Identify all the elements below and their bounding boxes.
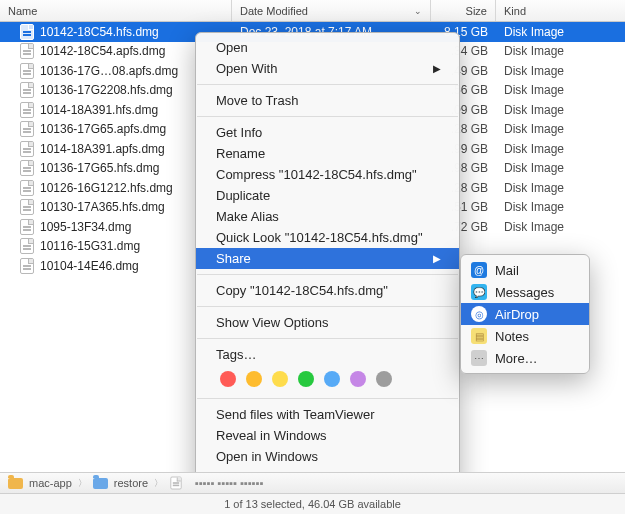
file-icon — [20, 238, 34, 254]
column-kind[interactable]: Kind — [496, 0, 625, 21]
file-name: 1014-18A391.apfs.dmg — [40, 142, 165, 156]
file-kind: Disk Image — [496, 25, 625, 39]
file-name: 10126-16G1212.hfs.dmg — [40, 181, 173, 195]
menu-rename[interactable]: Rename — [196, 143, 459, 164]
menu-separator — [197, 116, 458, 117]
file-icon — [170, 477, 181, 490]
file-name: 1014-18A391.hfs.dmg — [40, 103, 158, 117]
column-kind-label: Kind — [504, 5, 526, 17]
tag-color-dot[interactable] — [246, 371, 262, 387]
menu-open-in-windows[interactable]: Open in Windows — [196, 446, 459, 467]
share-airdrop[interactable]: ◎AirDrop — [461, 303, 589, 325]
menu-separator — [197, 306, 458, 307]
file-kind: Disk Image — [496, 64, 625, 78]
menu-copy[interactable]: Copy "10142-18C54.hfs.dmg" — [196, 280, 459, 301]
menu-tags[interactable]: Tags… — [196, 344, 459, 365]
menu-reveal-in-windows[interactable]: Reveal in Windows — [196, 425, 459, 446]
chevron-right-icon: 〉 — [78, 477, 87, 490]
share-mail[interactable]: @Mail — [461, 259, 589, 281]
file-icon — [20, 43, 34, 59]
column-size-label: Size — [466, 5, 487, 17]
menu-share[interactable]: Share▶ — [196, 248, 459, 269]
file-kind: Disk Image — [496, 200, 625, 214]
context-menu: Open Open With▶ Move to Trash Get Info R… — [195, 32, 460, 493]
path-root[interactable]: mac-app — [29, 477, 72, 489]
more-icon: ⋯ — [471, 350, 487, 366]
messages-icon: 💬 — [471, 284, 487, 300]
status-text: 1 of 13 selected, 46.04 GB available — [224, 498, 401, 510]
file-icon — [20, 180, 34, 196]
share-messages[interactable]: 💬Messages — [461, 281, 589, 303]
menu-get-info[interactable]: Get Info — [196, 122, 459, 143]
tag-color-dot[interactable] — [220, 371, 236, 387]
file-kind: Disk Image — [496, 122, 625, 136]
menu-separator — [197, 398, 458, 399]
notes-icon: ▤ — [471, 328, 487, 344]
file-name: 10136-17G…08.apfs.dmg — [40, 64, 178, 78]
menu-teamviewer[interactable]: Send files with TeamViewer — [196, 404, 459, 425]
menu-duplicate[interactable]: Duplicate — [196, 185, 459, 206]
menu-separator — [197, 274, 458, 275]
tag-color-dot[interactable] — [298, 371, 314, 387]
menu-separator — [197, 84, 458, 85]
file-name: 10136-17G65.apfs.dmg — [40, 122, 166, 136]
file-kind: Disk Image — [496, 181, 625, 195]
file-icon — [20, 258, 34, 274]
menu-open-with[interactable]: Open With▶ — [196, 58, 459, 79]
column-header: Name Date Modified⌄ Size Kind — [0, 0, 625, 22]
file-kind: Disk Image — [496, 103, 625, 117]
file-icon — [20, 82, 34, 98]
file-name: 10136-17G65.hfs.dmg — [40, 161, 159, 175]
status-bar: 1 of 13 selected, 46.04 GB available — [0, 494, 625, 514]
menu-quick-look[interactable]: Quick Look "10142-18C54.hfs.dmg" — [196, 227, 459, 248]
chevron-right-icon: 〉 — [154, 477, 163, 490]
sort-indicator-icon: ⌄ — [414, 6, 422, 16]
path-file-truncated: ▪▪▪▪▪ ▪▪▪▪▪ ▪▪▪▪▪▪ — [195, 477, 264, 489]
path-folder[interactable]: restore — [114, 477, 148, 489]
tag-color-row — [196, 365, 459, 393]
menu-make-alias[interactable]: Make Alias — [196, 206, 459, 227]
column-name-label: Name — [8, 5, 37, 17]
file-name: 10142-18C54.hfs.dmg — [40, 25, 159, 39]
chevron-right-icon: ▶ — [433, 63, 441, 74]
column-name[interactable]: Name — [0, 0, 232, 21]
file-icon — [20, 121, 34, 137]
folder-icon — [93, 478, 108, 489]
menu-open[interactable]: Open — [196, 37, 459, 58]
share-submenu: @Mail 💬Messages ◎AirDrop ▤Notes ⋯More… — [460, 254, 590, 374]
file-name: 10130-17A365.hfs.dmg — [40, 200, 165, 214]
share-notes[interactable]: ▤Notes — [461, 325, 589, 347]
airdrop-icon: ◎ — [471, 306, 487, 322]
menu-move-to-trash[interactable]: Move to Trash — [196, 90, 459, 111]
file-icon — [20, 102, 34, 118]
tag-color-dot[interactable] — [324, 371, 340, 387]
file-icon — [20, 199, 34, 215]
tag-color-dot[interactable] — [376, 371, 392, 387]
mail-icon: @ — [471, 262, 487, 278]
column-size[interactable]: Size — [431, 0, 496, 21]
column-date-label: Date Modified — [240, 5, 308, 17]
file-icon — [20, 160, 34, 176]
file-kind: Disk Image — [496, 220, 625, 234]
file-name: 1095-13F34.dmg — [40, 220, 131, 234]
menu-separator — [197, 338, 458, 339]
file-icon — [20, 24, 34, 40]
file-icon — [20, 141, 34, 157]
file-kind: Disk Image — [496, 83, 625, 97]
folder-icon — [8, 478, 23, 489]
tag-color-dot[interactable] — [272, 371, 288, 387]
file-kind: Disk Image — [496, 142, 625, 156]
file-icon — [20, 63, 34, 79]
chevron-right-icon: ▶ — [433, 253, 441, 264]
file-name: 10142-18C54.apfs.dmg — [40, 44, 165, 58]
file-name: 10116-15G31.dmg — [40, 239, 140, 253]
menu-compress[interactable]: Compress "10142-18C54.hfs.dmg" — [196, 164, 459, 185]
file-kind: Disk Image — [496, 161, 625, 175]
tag-color-dot[interactable] — [350, 371, 366, 387]
file-kind: Disk Image — [496, 44, 625, 58]
share-more[interactable]: ⋯More… — [461, 347, 589, 369]
menu-show-view-options[interactable]: Show View Options — [196, 312, 459, 333]
file-name: 10136-17G2208.hfs.dmg — [40, 83, 173, 97]
column-date[interactable]: Date Modified⌄ — [232, 0, 431, 21]
file-icon — [20, 219, 34, 235]
